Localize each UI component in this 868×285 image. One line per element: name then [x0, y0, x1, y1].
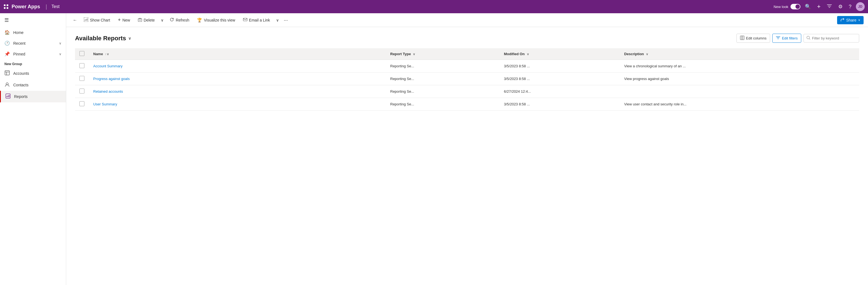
sidebar-item-reports-label: Reports — [14, 94, 28, 99]
edit-columns-button[interactable]: Edit columns — [737, 34, 770, 43]
header-description-text: Description — [624, 52, 644, 56]
report-link-0[interactable]: Account Summary — [93, 64, 122, 68]
report-link-3[interactable]: User Summary — [93, 102, 117, 106]
svg-rect-4 — [5, 71, 9, 75]
row-checkbox-cell — [75, 98, 89, 110]
home-icon: 🏠 — [4, 30, 10, 35]
row-modified-on-0: 3/5/2023 8:58 ... — [499, 60, 620, 72]
add-icon[interactable]: + — [815, 1, 822, 12]
row-modified-on-2: 6/27/2024 12:4... — [499, 85, 620, 98]
sidebar-item-home[interactable]: 🏠 Home — [0, 27, 66, 38]
row-description-0: View a chronological summary of an ... — [620, 60, 859, 72]
view-title-text: Available Reports — [75, 35, 126, 42]
svg-rect-2 — [4, 7, 5, 9]
modified-on-sort-icon[interactable]: ∨ — [527, 53, 529, 56]
row-checkbox-2[interactable] — [80, 89, 84, 94]
row-report-type-3: Reporting Se... — [386, 98, 499, 110]
show-chart-button[interactable]: Show Chart — [81, 16, 113, 24]
more-dropdown-button[interactable]: ∨ — [274, 16, 280, 24]
visualize-icon: 🏆 — [197, 18, 202, 23]
new-label: New — [122, 18, 130, 22]
header-checkbox-cell — [75, 48, 89, 60]
header-modified-on-text: Modified On — [504, 52, 525, 56]
main-layout: ☰ 🏠 Home 🕐 Recent ∨ 📌 Pinned ∨ New Group… — [0, 13, 868, 285]
accounts-icon — [4, 70, 10, 76]
view-title-chevron-icon[interactable]: ∨ — [128, 36, 131, 40]
sidebar: ☰ 🏠 Home 🕐 Recent ∨ 📌 Pinned ∨ New Group… — [0, 13, 66, 285]
row-modified-on-1: 3/5/2023 8:58 ... — [499, 72, 620, 85]
header-report-type-text: Report Type — [390, 52, 411, 56]
content-area: ← Show Chart + New Delete ∨ — [66, 13, 868, 285]
header-checkbox[interactable] — [80, 51, 84, 56]
refresh-button[interactable]: Refresh — [166, 16, 192, 24]
toolbar: ← Show Chart + New Delete ∨ — [66, 13, 868, 27]
row-checkbox-cell — [75, 72, 89, 85]
row-description-3: View user contact and security role in..… — [620, 98, 859, 110]
header-modified-on: Modified On ∨ — [499, 48, 620, 60]
share-button[interactable]: Share ∨ — [837, 16, 864, 24]
table-row: User Summary Reporting Se... 3/5/2023 8:… — [75, 98, 859, 110]
sidebar-item-recent[interactable]: 🕐 Recent ∨ — [0, 38, 66, 49]
refresh-icon — [169, 18, 174, 23]
show-chart-label: Show Chart — [90, 18, 110, 22]
pinned-icon: 📌 — [4, 51, 10, 57]
filter-search-icon — [806, 36, 810, 40]
topbar-divider: | — [45, 4, 47, 10]
svg-rect-0 — [4, 4, 5, 6]
filter-icon[interactable] — [825, 2, 834, 12]
header-description: Description ∨ — [620, 48, 859, 60]
row-checkbox-0[interactable] — [80, 63, 84, 68]
svg-rect-20 — [243, 18, 247, 21]
filter-input-container — [803, 34, 859, 42]
edit-filters-label: Edit filters — [782, 36, 798, 40]
table-row: Progress against goals Reporting Se... 3… — [75, 72, 859, 85]
contacts-icon — [4, 82, 10, 88]
view-title: Available Reports ∨ — [75, 35, 131, 42]
description-sort-icon[interactable]: ∨ — [646, 53, 648, 56]
settings-icon[interactable]: ⚙ — [837, 2, 844, 11]
filter-input[interactable] — [812, 36, 856, 40]
sidebar-item-home-label: Home — [13, 30, 24, 35]
delete-icon — [138, 18, 142, 23]
app-name: Test — [52, 4, 60, 9]
topbar: Power Apps | Test New look 🔍 + ⚙ ? JD — [0, 0, 868, 13]
name-sort-icon[interactable]: ↑∨ — [105, 53, 109, 56]
report-type-sort-icon[interactable]: ∨ — [413, 53, 415, 56]
hamburger-icon[interactable]: ☰ — [0, 13, 66, 27]
new-button[interactable]: + New — [115, 15, 133, 25]
sidebar-item-pinned[interactable]: 📌 Pinned ∨ — [0, 49, 66, 59]
email-link-button[interactable]: Email a Link — [240, 16, 273, 24]
pinned-chevron-icon: ∨ — [59, 52, 62, 56]
view-header-actions: Edit columns Edit filters — [737, 34, 860, 43]
back-button[interactable]: ← — [71, 16, 80, 24]
edit-filters-button[interactable]: Edit filters — [772, 34, 801, 43]
row-checkbox-3[interactable] — [80, 101, 84, 106]
row-description-2 — [620, 85, 859, 98]
report-link-2[interactable]: Retained accounts — [93, 89, 123, 94]
sidebar-item-reports[interactable]: Reports — [0, 91, 66, 102]
row-report-type-2: Reporting Se... — [386, 85, 499, 98]
sidebar-item-contacts[interactable]: Contacts — [0, 79, 66, 91]
delete-button[interactable]: Delete — [134, 16, 158, 24]
share-chevron-icon: ∨ — [858, 18, 860, 22]
delete-dropdown-button[interactable]: ∨ — [159, 16, 165, 24]
visualize-button[interactable]: 🏆 Visualize this view — [194, 16, 238, 24]
table-row: Account Summary Reporting Se... 3/5/2023… — [75, 60, 859, 72]
grid-icon[interactable] — [3, 4, 9, 9]
row-report-type-0: Reporting Se... — [386, 60, 499, 72]
search-icon[interactable]: 🔍 — [803, 2, 812, 11]
svg-rect-3 — [7, 7, 8, 9]
table-header-row: Name ↑∨ Report Type ∨ Modified On ∨ De — [75, 48, 859, 60]
avatar[interactable]: JD — [856, 2, 865, 11]
delete-label: Delete — [144, 18, 155, 22]
share-icon — [840, 18, 844, 23]
row-name-3: User Summary — [89, 98, 386, 110]
help-icon[interactable]: ? — [847, 2, 853, 11]
report-link-1[interactable]: Progress against goals — [93, 77, 130, 81]
more-options-button[interactable]: ··· — [282, 16, 290, 24]
new-look-toggle[interactable] — [790, 4, 800, 9]
row-checkbox-cell — [75, 85, 89, 98]
header-name: Name ↑∨ — [89, 48, 386, 60]
row-checkbox-1[interactable] — [80, 76, 84, 81]
sidebar-item-accounts[interactable]: Accounts — [0, 68, 66, 79]
